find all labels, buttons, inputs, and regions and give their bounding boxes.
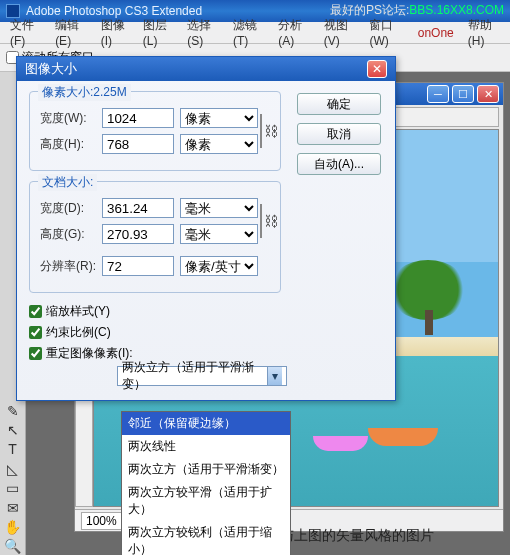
constrain-checkbox[interactable] [29, 326, 42, 339]
menu-image[interactable]: 图像(I) [95, 15, 135, 50]
tool-eyedropper[interactable]: ✎ [2, 402, 24, 419]
interp-option[interactable]: 邻近（保留硬边缘） [122, 412, 290, 435]
dialog-title: 图像大小 [25, 60, 367, 78]
tool-move[interactable]: ↖ [2, 421, 24, 438]
menu-window[interactable]: 窗口(W) [363, 15, 409, 50]
constrain-label: 约束比例(C) [46, 324, 111, 341]
tool-shape[interactable]: ▭ [2, 480, 24, 497]
chevron-down-icon: ▾ [267, 367, 282, 385]
doc-height-input[interactable] [102, 224, 174, 244]
link-bracket [260, 204, 262, 238]
menu-file[interactable]: 文件(F) [4, 15, 47, 50]
doc-width-label: 宽度(D): [40, 200, 96, 217]
scale-styles-checkbox[interactable] [29, 305, 42, 318]
height-label: 高度(H): [40, 136, 96, 153]
image-size-dialog: 图像大小 ✕ 确定 取消 自动(A)... 像素大小:2.25M 宽度(W): … [16, 56, 396, 401]
resample-checkbox[interactable] [29, 347, 42, 360]
tool-notes[interactable]: ✉ [2, 499, 24, 516]
interp-option[interactable]: 两次线性 [122, 435, 290, 458]
resolution-input[interactable] [102, 256, 174, 276]
ok-button[interactable]: 确定 [297, 93, 381, 115]
interp-option[interactable]: 两次立方较平滑（适用于扩大） [122, 481, 290, 521]
menu-analysis[interactable]: 分析(A) [272, 15, 316, 50]
menu-onone[interactable]: onOne [412, 24, 460, 42]
resolution-label: 分辨率(R): [40, 258, 96, 275]
dialog-titlebar[interactable]: 图像大小 ✕ [17, 57, 395, 81]
doc-width-input[interactable] [102, 198, 174, 218]
trunk-graphic [425, 310, 433, 335]
width-label: 宽度(W): [40, 110, 96, 127]
resolution-unit[interactable]: 像素/英寸 [180, 256, 258, 276]
pixel-height-unit[interactable]: 像素 [180, 134, 258, 154]
interp-option[interactable]: 两次立方（适用于平滑渐变） [122, 458, 290, 481]
maximize-button[interactable]: ☐ [452, 85, 474, 103]
resample-label: 重定图像像素(I): [46, 345, 133, 362]
link-bracket [260, 114, 262, 148]
menu-view[interactable]: 视图(V) [318, 15, 362, 50]
menu-help[interactable]: 帮助(H) [462, 15, 506, 50]
interpolation-dropdown: 邻近（保留硬边缘） 两次线性 两次立方（适用于平滑渐变） 两次立方较平滑（适用于… [121, 411, 291, 555]
interpolation-select[interactable]: 两次立方（适用于平滑渐变） ▾ [117, 366, 287, 386]
tool-zoom[interactable]: 🔍 [2, 538, 24, 555]
watermark: 最好的PS论坛:BBS.16XX8.COM [330, 2, 504, 19]
pixel-height-input[interactable] [102, 134, 174, 154]
doc-width-unit[interactable]: 毫米 [180, 198, 258, 218]
link-icon: ⛓ [264, 213, 278, 229]
tool-hand[interactable]: ✋ [2, 518, 24, 535]
auto-button[interactable]: 自动(A)... [297, 153, 381, 175]
dialog-close-button[interactable]: ✕ [367, 60, 387, 78]
menu-edit[interactable]: 编辑(E) [49, 15, 93, 50]
tool-type[interactable]: T [2, 441, 24, 458]
minimize-button[interactable]: ─ [427, 85, 449, 103]
menubar: 文件(F) 编辑(E) 图像(I) 图层(L) 选择(S) 滤镜(T) 分析(A… [0, 22, 510, 44]
pixel-dimensions-legend: 像素大小:2.25M [38, 84, 131, 101]
pixel-width-unit[interactable]: 像素 [180, 108, 258, 128]
menu-layer[interactable]: 图层(L) [137, 15, 180, 50]
doc-height-label: 高度(G): [40, 226, 96, 243]
boat-graphic [368, 428, 438, 446]
document-size-legend: 文档大小: [38, 174, 97, 191]
link-icon: ⛓ [264, 123, 278, 139]
boat-graphic [313, 436, 368, 451]
close-button[interactable]: ✕ [477, 85, 499, 103]
pixel-width-input[interactable] [102, 108, 174, 128]
doc-height-unit[interactable]: 毫米 [180, 224, 258, 244]
menu-filter[interactable]: 滤镜(T) [227, 15, 270, 50]
scale-styles-label: 缩放样式(Y) [46, 303, 110, 320]
menu-select[interactable]: 选择(S) [181, 15, 225, 50]
tool-path[interactable]: ◺ [2, 460, 24, 477]
cancel-button[interactable]: 取消 [297, 123, 381, 145]
interp-option[interactable]: 两次立方较锐利（适用于缩小） [122, 521, 290, 555]
